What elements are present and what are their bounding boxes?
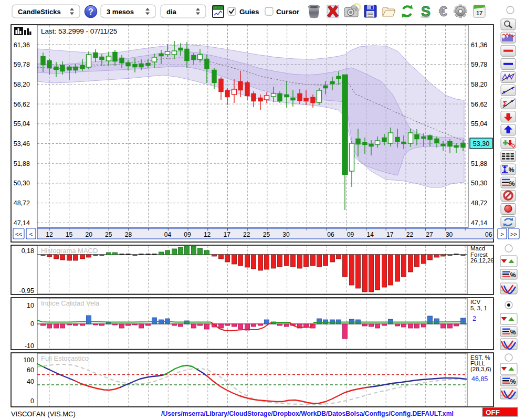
svg-text:30: 30 bbox=[446, 231, 453, 238]
svg-text:28: 28 bbox=[125, 231, 132, 238]
svg-text:/Users/mserra/Library/CloudSto: /Users/mserra/Library/CloudStorage/Dropb… bbox=[161, 410, 454, 417]
svg-text:09: 09 bbox=[184, 231, 191, 238]
svg-text:<: < bbox=[29, 231, 33, 237]
svg-text:06: 06 bbox=[327, 231, 334, 238]
svg-text:(28,3,6): (28,3,6) bbox=[470, 366, 491, 372]
svg-text:25: 25 bbox=[105, 231, 112, 238]
svg-text:VISCOFAN (VIS.MC): VISCOFAN (VIS.MC) bbox=[11, 410, 76, 418]
svg-text:50,30: 50,30 bbox=[471, 180, 487, 187]
svg-text:61,36: 61,36 bbox=[471, 41, 487, 49]
svg-text:Last: 53.2999 - 07/11/25: Last: 53.2999 - 07/11/25 bbox=[41, 27, 117, 35]
svg-text:%: % bbox=[509, 180, 515, 187]
svg-text:55,04: 55,04 bbox=[471, 120, 487, 128]
svg-text:47,14: 47,14 bbox=[471, 219, 487, 227]
svg-text:27: 27 bbox=[426, 231, 433, 238]
svg-text:59,78: 59,78 bbox=[14, 61, 30, 68]
svg-text:06: 06 bbox=[485, 231, 492, 238]
svg-text:S: S bbox=[421, 4, 430, 19]
svg-text:48,72: 48,72 bbox=[471, 200, 487, 207]
svg-text:25: 25 bbox=[263, 231, 270, 238]
svg-text:5, 3, 1: 5, 3, 1 bbox=[470, 305, 487, 311]
svg-text:56,62: 56,62 bbox=[471, 101, 487, 108]
svg-text:30: 30 bbox=[282, 231, 290, 238]
svg-text:€: € bbox=[439, 3, 447, 19]
svg-text:10: 10 bbox=[27, 302, 34, 309]
svg-text:%: % bbox=[509, 166, 514, 174]
svg-text:48,72: 48,72 bbox=[14, 200, 30, 207]
svg-text:47,14: 47,14 bbox=[14, 219, 30, 227]
svg-text:20: 20 bbox=[86, 231, 93, 238]
svg-text:?: ? bbox=[88, 7, 93, 16]
svg-text:3 mesos: 3 mesos bbox=[107, 8, 134, 16]
svg-text:Macd: Macd bbox=[470, 245, 485, 251]
svg-text:12: 12 bbox=[46, 231, 53, 238]
svg-text:<<: << bbox=[15, 231, 22, 237]
svg-text:04: 04 bbox=[164, 231, 172, 238]
svg-text:>>: >> bbox=[510, 231, 517, 237]
svg-text:55,04: 55,04 bbox=[14, 120, 30, 128]
svg-text:0: 0 bbox=[30, 397, 34, 405]
svg-text:Histograma MACD: Histograma MACD bbox=[41, 247, 98, 255]
svg-text:59,78: 59,78 bbox=[471, 61, 487, 68]
svg-text:51,88: 51,88 bbox=[14, 160, 30, 167]
svg-text:Guies: Guies bbox=[239, 8, 259, 16]
svg-text:14: 14 bbox=[367, 231, 374, 238]
svg-text:17: 17 bbox=[386, 231, 394, 238]
svg-text:dia: dia bbox=[166, 8, 177, 16]
svg-text:09: 09 bbox=[347, 231, 354, 238]
svg-text:%: % bbox=[510, 271, 516, 279]
svg-text:51,88: 51,88 bbox=[471, 160, 487, 167]
svg-text:56,62: 56,62 bbox=[14, 101, 30, 108]
svg-text:53,30: 53,30 bbox=[473, 140, 489, 148]
svg-text:12: 12 bbox=[204, 231, 211, 238]
svg-text:15: 15 bbox=[66, 231, 73, 238]
svg-text:100: 100 bbox=[23, 356, 34, 364]
svg-text:>: > bbox=[500, 231, 503, 237]
svg-text:ICV: ICV bbox=[470, 299, 481, 305]
svg-text:17: 17 bbox=[476, 10, 482, 16]
svg-text:22: 22 bbox=[406, 231, 414, 238]
svg-text:CandleSticks: CandleSticks bbox=[18, 8, 61, 16]
svg-text:-0,95: -0,95 bbox=[19, 287, 35, 295]
svg-text:0,18: 0,18 bbox=[22, 247, 34, 255]
svg-text:58,20: 58,20 bbox=[14, 81, 30, 88]
svg-text:0: 0 bbox=[30, 320, 34, 328]
svg-text:OFF: OFF bbox=[486, 408, 500, 416]
svg-text:-10: -10 bbox=[25, 342, 34, 350]
svg-text:46,85: 46,85 bbox=[471, 375, 488, 383]
svg-text:Indice Calidad Vela: Indice Calidad Vela bbox=[41, 299, 100, 307]
svg-text:58,20: 58,20 bbox=[471, 81, 487, 88]
svg-text:Cursor: Cursor bbox=[276, 8, 300, 16]
svg-text:26,12,26: 26,12,26 bbox=[470, 257, 494, 264]
svg-text:17: 17 bbox=[224, 231, 231, 238]
svg-text:50,30: 50,30 bbox=[14, 180, 30, 187]
svg-text:53,46: 53,46 bbox=[14, 140, 30, 148]
svg-text:Full Estocastico: Full Estocastico bbox=[41, 354, 89, 362]
svg-text:Forest: Forest bbox=[470, 251, 488, 258]
svg-text:60: 60 bbox=[27, 366, 34, 374]
svg-text:61,36: 61,36 bbox=[14, 41, 30, 49]
svg-text:%: % bbox=[510, 329, 516, 336]
svg-text:2: 2 bbox=[472, 315, 476, 322]
svg-text:40: 40 bbox=[27, 378, 34, 385]
svg-text:22: 22 bbox=[243, 231, 250, 238]
svg-text:%: % bbox=[510, 378, 516, 385]
